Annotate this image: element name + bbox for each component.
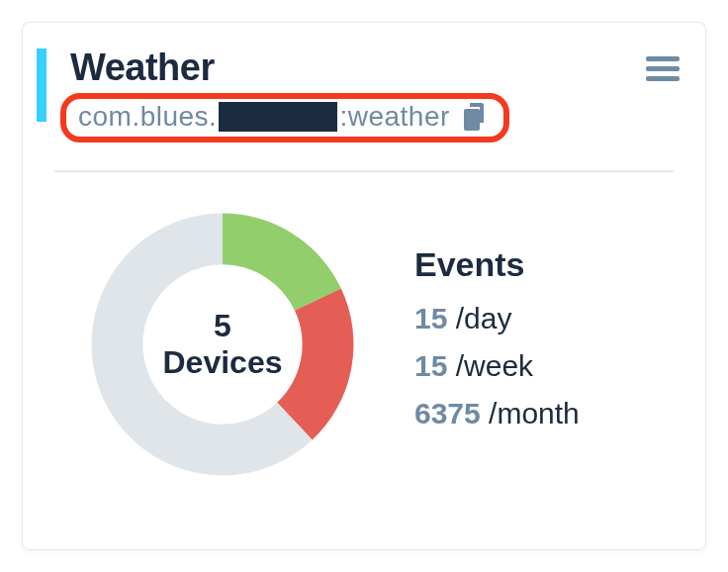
project-id-prefix: com.blues. xyxy=(78,101,217,133)
svg-rect-0 xyxy=(464,109,480,131)
stat-period: /month xyxy=(489,397,580,429)
card-header: Weather com.blues. :weather xyxy=(23,23,705,143)
devices-donut: 5 Devices xyxy=(80,202,365,487)
svg-rect-3 xyxy=(646,76,680,81)
accent-bar xyxy=(37,48,46,122)
project-id: com.blues. :weather xyxy=(78,101,450,133)
project-id-suffix: :weather xyxy=(339,101,449,133)
stat-row: 6375 /month xyxy=(414,397,580,430)
donut-center-label: 5 Devices xyxy=(80,202,365,487)
project-id-highlight: com.blues. :weather xyxy=(60,93,509,143)
copy-icon[interactable] xyxy=(464,103,488,131)
svg-rect-1 xyxy=(646,56,680,61)
device-count: 5 xyxy=(214,308,231,344)
header-text: Weather com.blues. :weather xyxy=(46,45,646,143)
menu-icon[interactable] xyxy=(646,54,680,82)
stat-row: 15 /day xyxy=(414,302,580,335)
project-title: Weather xyxy=(70,47,646,89)
stat-period: /day xyxy=(456,302,512,334)
stat-value: 6375 xyxy=(414,397,481,429)
project-id-redacted xyxy=(219,102,337,132)
stat-value: 15 xyxy=(414,302,447,334)
stat-period: /week xyxy=(456,349,533,382)
stat-row: 15 /week xyxy=(414,349,580,383)
stat-value: 15 xyxy=(414,349,447,382)
events-stats: Events 15 /day 15 /week 6375 /month xyxy=(365,245,580,444)
card-body: 5 Devices Events 15 /day 15 /week 6375 /… xyxy=(23,172,705,517)
events-title: Events xyxy=(414,245,580,284)
svg-rect-2 xyxy=(646,66,680,71)
device-label: Devices xyxy=(163,344,283,381)
project-card: Weather com.blues. :weather xyxy=(22,22,706,550)
